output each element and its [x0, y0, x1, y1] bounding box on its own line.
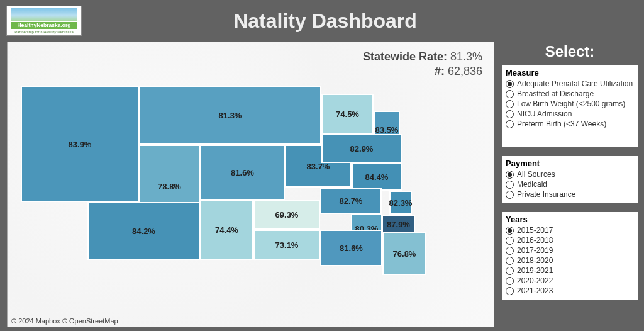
- years-option[interactable]: 2019-2021: [506, 266, 634, 276]
- map-region[interactable]: 87.9%: [382, 215, 415, 233]
- map-region[interactable]: 83.9%: [21, 86, 139, 202]
- measure-option[interactable]: Breastfed at Discharge: [506, 89, 634, 99]
- radio-icon: [506, 120, 514, 128]
- map-region[interactable]: 69.3%: [253, 200, 320, 230]
- measure-panel: Measure Adequate Prenatal Care Utilizati…: [502, 65, 638, 147]
- years-option-label: 2016-2018: [517, 236, 553, 245]
- radio-icon: [506, 227, 514, 235]
- measure-title: Measure: [506, 68, 634, 77]
- sidebar-title: Select:: [502, 43, 638, 60]
- region-label: 81.6%: [231, 168, 254, 177]
- region-label: 84.4%: [365, 172, 389, 182]
- map-panel[interactable]: Statewide Rate: 81.3% #: 62,836 83.9%81.…: [7, 42, 494, 327]
- region-label: 69.3%: [275, 210, 299, 220]
- radio-icon: [506, 90, 514, 98]
- years-option[interactable]: 2020-2022: [506, 276, 634, 286]
- years-option[interactable]: 2016-2018: [506, 235, 634, 245]
- map-region[interactable]: 81.6%: [200, 145, 285, 200]
- measure-option-label: Preterm Birth (<37 Weeks): [517, 120, 606, 128]
- region-label: 73.1%: [275, 240, 299, 250]
- region-label: 82.3%: [389, 198, 413, 208]
- map-region[interactable]: 82.9%: [321, 134, 402, 163]
- region-label: 83.5%: [375, 125, 399, 135]
- payment-panel: Payment All SourcesMedicaidPrivate Insur…: [502, 156, 638, 203]
- years-option-label: 2021-2023: [517, 286, 553, 295]
- years-panel: Years 2015-20172016-20182017-20192018-20…: [502, 212, 638, 300]
- years-option[interactable]: 2021-2023: [506, 286, 634, 296]
- map-region[interactable]: 84.4%: [352, 163, 402, 191]
- map-region[interactable]: 74.5%: [321, 94, 374, 134]
- region-label: 87.9%: [387, 220, 410, 229]
- radio-icon: [506, 267, 514, 275]
- years-option[interactable]: 2015-2017: [506, 225, 634, 235]
- measure-option[interactable]: Adequate Prenatal Care Utilization: [506, 79, 634, 89]
- rate-label: Statewide Rate:: [363, 50, 447, 63]
- logo: HealthyNebraska.org Partnership for a He…: [6, 6, 82, 36]
- region-label: 81.6%: [340, 244, 363, 253]
- payment-option-label: Medicaid: [517, 180, 547, 189]
- radio-icon: [506, 100, 514, 108]
- radio-icon: [506, 181, 514, 189]
- map-region[interactable]: 81.6%: [320, 230, 382, 266]
- years-option-label: 2018-2020: [517, 256, 553, 265]
- map-attribution: © 2024 Mapbox © OpenStreetMap: [11, 317, 118, 325]
- logo-brand: HealthyNebraska.org: [11, 22, 77, 29]
- region-label: 76.8%: [393, 249, 416, 259]
- years-option-label: 2017-2019: [517, 246, 553, 255]
- count-value: 62,836: [448, 65, 482, 77]
- radio-icon: [506, 277, 514, 285]
- payment-title: Payment: [506, 159, 634, 168]
- count-label: #:: [435, 65, 445, 77]
- region-label: 83.9%: [69, 140, 92, 149]
- years-option[interactable]: 2017-2019: [506, 245, 634, 255]
- measure-option[interactable]: NICU Admission: [506, 109, 634, 119]
- region-label: 74.5%: [336, 109, 359, 119]
- payment-option[interactable]: Medicaid: [506, 179, 634, 189]
- years-title: Years: [506, 215, 634, 224]
- map-region[interactable]: 81.3%: [139, 86, 321, 145]
- measure-option-label: NICU Admission: [517, 109, 572, 118]
- map-region[interactable]: 84.2%: [87, 202, 200, 260]
- measure-option-label: Adequate Prenatal Care Utilization: [517, 79, 633, 88]
- region-label: 82.7%: [340, 196, 363, 206]
- region-label: 84.2%: [132, 227, 155, 236]
- payment-option-label: Private Insurance: [517, 190, 575, 199]
- sidebar: Select: Measure Adequate Prenatal Care U…: [494, 42, 644, 331]
- logo-tagline: Partnership for a Healthy Nebraska: [14, 30, 74, 34]
- logo-image: [11, 8, 77, 21]
- years-option-label: 2019-2021: [517, 266, 553, 275]
- measure-option-label: Low Birth Weight (<2500 grams): [517, 99, 625, 108]
- measure-option[interactable]: Low Birth Weight (<2500 grams): [506, 99, 634, 109]
- map-region[interactable]: 74.4%: [200, 200, 253, 260]
- years-option-label: 2020-2022: [517, 276, 553, 285]
- region-label: 74.4%: [215, 225, 238, 235]
- measure-option[interactable]: Preterm Birth (<37 Weeks): [506, 119, 634, 129]
- rate-value: 81.3%: [450, 50, 482, 63]
- region-label: 78.8%: [158, 182, 181, 191]
- radio-icon: [506, 287, 514, 295]
- map-region[interactable]: 76.8%: [382, 232, 426, 275]
- payment-option[interactable]: All Sources: [506, 169, 634, 179]
- region-label: 81.3%: [219, 111, 242, 120]
- map-region[interactable]: 73.1%: [253, 230, 320, 260]
- radio-icon: [506, 237, 514, 245]
- radio-icon: [506, 80, 514, 88]
- radio-icon: [506, 110, 514, 118]
- radio-icon: [506, 191, 514, 199]
- map-region[interactable]: 82.7%: [320, 188, 382, 214]
- radio-icon: [506, 247, 514, 255]
- years-option-label: 2015-2017: [517, 226, 553, 235]
- region-label: 82.9%: [350, 144, 374, 154]
- years-option[interactable]: 2018-2020: [506, 255, 634, 266]
- measure-option-label: Breastfed at Discharge: [517, 89, 594, 98]
- statewide-stats: Statewide Rate: 81.3% #: 62,836: [363, 50, 482, 79]
- radio-icon: [506, 257, 514, 265]
- radio-icon: [506, 171, 514, 179]
- payment-option[interactable]: Private Insurance: [506, 189, 634, 199]
- payment-option-label: All Sources: [517, 170, 555, 179]
- page-title: Natality Dashboard: [82, 9, 644, 33]
- header-bar: HealthyNebraska.org Partnership for a He…: [0, 0, 644, 42]
- map-region[interactable]: 82.3%: [389, 191, 412, 215]
